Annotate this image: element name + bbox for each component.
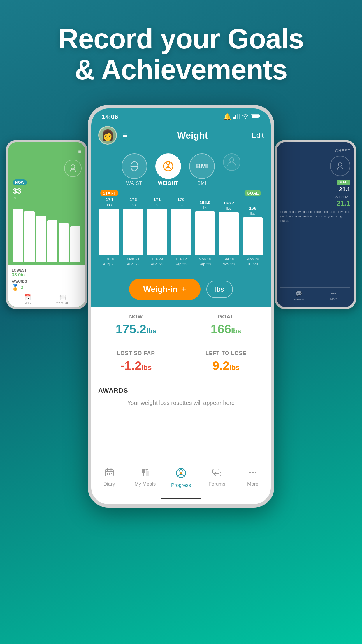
svg-rect-5 [239, 114, 240, 119]
svg-rect-8 [252, 115, 259, 118]
notification-icon: 🔔 [223, 113, 231, 121]
app-header: 👩 ≡ Weight Edit [91, 123, 271, 150]
weighin-plus: + [181, 284, 187, 295]
stat-lost: LOST SO FAR -1.2lbs [91, 343, 181, 380]
cat-chest[interactable] [223, 153, 240, 186]
svg-point-14 [230, 158, 234, 162]
stat-goal-label: GOAL [187, 314, 265, 320]
cat-bmi-label: BMI [197, 181, 206, 186]
nav-forums[interactable]: Forums [199, 468, 235, 488]
bmi-text: BMI [196, 162, 208, 170]
bar-rect [123, 209, 143, 255]
unit-toggle[interactable]: lbs [206, 281, 233, 298]
nav-progress-label: Progress [171, 482, 191, 488]
hamburger-icon[interactable]: ≡ [123, 131, 127, 140]
lp-nav: 📅 Diary 🍽️ My Meals [12, 294, 82, 304]
nav-more[interactable]: More [235, 468, 271, 488]
weighin-label: Weigh-in [143, 285, 178, 294]
bar-date: Mon 18Sep '23 [198, 257, 211, 267]
forums-icon [212, 468, 222, 480]
cat-weight[interactable]: WEIGHT [155, 153, 181, 186]
signal-icon [233, 113, 240, 121]
bar-item: START 174lbs Fri 18Aug '23 [98, 197, 120, 267]
header-title: Weight [133, 130, 252, 141]
hero-line2: & Achievements [0, 54, 362, 85]
goal-badge: GOAL [245, 190, 261, 196]
phone-left: ≡ NOW 33 in LOWEST [6, 140, 87, 309]
svg-rect-2 [233, 117, 235, 119]
stat-lost-value: -1.2lbs [97, 359, 175, 373]
nav-diary-label: Diary [103, 481, 115, 487]
svg-point-13 [167, 165, 169, 167]
bar-rect [195, 211, 215, 255]
lp-circle-icon [64, 160, 82, 177]
bar-item: GOAL 166lbs Mon 29Jul '24 [242, 197, 264, 267]
bar-date: Mon 29Jul '24 [246, 257, 259, 267]
svg-point-36 [255, 472, 256, 473]
bar-item: 170lbs Tue 12Sep '23 [170, 197, 192, 267]
svg-point-31 [180, 472, 182, 474]
stat-left: LEFT TO LOSE 9.2lbs [181, 343, 271, 380]
bar-item: 173lbs Mon 21Aug '23 [122, 197, 144, 267]
phone-frame: 14:06 🔔 👩 ≡ Weight [88, 105, 274, 508]
phone-right: CHEST GOAL 21.1 BMI GOAL 21.1 r height a… [275, 140, 356, 309]
meals-icon [140, 468, 150, 480]
bar-item: 171lbs Tue 29Aug '23 [146, 197, 168, 267]
calendar-icon [105, 468, 114, 480]
avatar[interactable]: 👩 [98, 126, 117, 145]
bar-date: Tue 12Sep '23 [175, 257, 187, 267]
hero-line1: Record your Goals [0, 23, 362, 54]
cat-waist[interactable]: WAIST [122, 153, 147, 186]
svg-rect-3 [235, 116, 236, 119]
svg-point-34 [249, 472, 251, 473]
bar-rect [171, 209, 191, 255]
weighin-area: Weigh-in + lbs [91, 274, 271, 307]
stat-goal: GOAL 166lbs [181, 307, 271, 343]
svg-point-35 [252, 472, 254, 473]
stat-now-value: 175.2lbs [97, 322, 175, 336]
svg-point-1 [338, 163, 342, 166]
bar-value: 168.2lbs [223, 200, 234, 211]
home-bar [161, 498, 201, 499]
status-icons: 🔔 [223, 113, 260, 121]
bar-value: 170lbs [177, 197, 184, 207]
category-row: WAIST WEIGHT BMI BMI [91, 150, 271, 192]
bar-value: 168.6lbs [199, 200, 210, 210]
bar-date: Sat 18Nov '23 [222, 257, 235, 267]
nav-diary[interactable]: Diary [91, 468, 127, 488]
svg-rect-20 [109, 473, 110, 474]
wifi-icon [242, 113, 249, 121]
lp-now-badge: NOW [13, 179, 82, 186]
chart-area: START 174lbs Fri 18Aug '23 173lbs Mon 21… [91, 192, 271, 274]
awards-title: AWARDS [98, 387, 264, 394]
bottom-nav: Diary My Meals Progress [91, 464, 271, 495]
stat-goal-value: 166lbs [187, 322, 265, 336]
cat-bmi[interactable]: BMI BMI [189, 153, 215, 186]
svg-rect-4 [237, 114, 238, 119]
bar-rect [243, 217, 263, 255]
svg-rect-19 [107, 473, 108, 474]
stat-lost-label: LOST SO FAR [97, 350, 175, 356]
lp-stats-area: LOWEST 33.0in AWARDS 🏅 2 📅 Diary 🍽️ My M… [8, 265, 85, 307]
svg-point-30 [180, 469, 182, 472]
bar-value: 171lbs [153, 197, 161, 207]
bar-item: 168.6lbs Mon 18Sep '23 [194, 197, 216, 267]
start-badge: START [100, 190, 118, 196]
time-display: 14:06 [102, 113, 118, 121]
nav-meals[interactable]: My Meals [127, 468, 163, 488]
bar-value: 166lbs [249, 206, 256, 216]
progress-icon [176, 468, 186, 481]
bar-rect [147, 209, 167, 255]
weighin-button[interactable]: Weigh-in + [129, 279, 200, 300]
cat-weight-label: WEIGHT [158, 181, 178, 186]
hero-section: Record your Goals & Achievements [0, 0, 362, 85]
bar-date: Mon 21Aug '23 [127, 257, 140, 267]
edit-button[interactable]: Edit [252, 131, 264, 139]
phones-container: ≡ NOW 33 in LOWEST [0, 105, 362, 508]
more-icon [248, 468, 257, 480]
stats-area: NOW 175.2lbs GOAL 166lbs [91, 307, 271, 343]
stat-now-label: NOW [97, 314, 175, 320]
bar-rect [99, 209, 119, 255]
nav-progress[interactable]: Progress [163, 468, 199, 488]
bar-date: Fri 18Aug '23 [103, 257, 116, 267]
